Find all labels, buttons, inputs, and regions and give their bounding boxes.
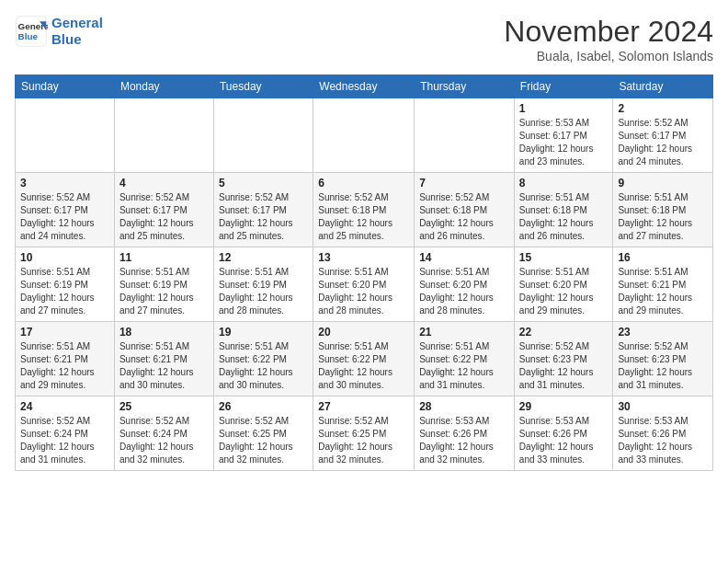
calendar-cell: 17Sunrise: 5:51 AM Sunset: 6:21 PM Dayli… xyxy=(16,322,115,396)
calendar-cell xyxy=(415,98,515,173)
calendar-cell: 3Sunrise: 5:52 AM Sunset: 6:17 PM Daylig… xyxy=(16,173,115,247)
calendar-cell: 13Sunrise: 5:51 AM Sunset: 6:20 PM Dayli… xyxy=(313,247,415,322)
day-number: 27 xyxy=(318,400,409,413)
calendar-cell xyxy=(313,98,415,173)
weekday-header-sunday: Sunday xyxy=(16,75,115,98)
day-number: 26 xyxy=(219,400,308,413)
logo-icon: General Blue xyxy=(15,15,48,48)
calendar-cell: 15Sunrise: 5:51 AM Sunset: 6:20 PM Dayli… xyxy=(514,247,613,322)
weekday-header-thursday: Thursday xyxy=(415,75,515,98)
calendar-cell: 11Sunrise: 5:51 AM Sunset: 6:19 PM Dayli… xyxy=(114,247,213,322)
day-info: Sunrise: 5:52 AM Sunset: 6:23 PM Dayligh… xyxy=(519,340,609,392)
logo-blue: Blue xyxy=(51,31,82,47)
day-number: 25 xyxy=(119,400,209,413)
day-info: Sunrise: 5:51 AM Sunset: 6:18 PM Dayligh… xyxy=(519,191,609,243)
day-info: Sunrise: 5:51 AM Sunset: 6:22 PM Dayligh… xyxy=(219,340,308,392)
day-number: 15 xyxy=(519,251,609,264)
calendar-header-row: SundayMondayTuesdayWednesdayThursdayFrid… xyxy=(16,75,713,98)
calendar-cell: 29Sunrise: 5:53 AM Sunset: 6:26 PM Dayli… xyxy=(514,396,613,471)
day-number: 20 xyxy=(318,326,409,339)
day-number: 19 xyxy=(219,326,308,339)
calendar-cell: 10Sunrise: 5:51 AM Sunset: 6:19 PM Dayli… xyxy=(16,247,115,322)
day-info: Sunrise: 5:51 AM Sunset: 6:22 PM Dayligh… xyxy=(318,340,409,392)
day-number: 10 xyxy=(20,251,109,264)
day-info: Sunrise: 5:51 AM Sunset: 6:21 PM Dayligh… xyxy=(20,340,109,392)
calendar-cell: 2Sunrise: 5:52 AM Sunset: 6:17 PM Daylig… xyxy=(613,98,713,173)
day-number: 8 xyxy=(519,177,609,190)
day-info: Sunrise: 5:52 AM Sunset: 6:25 PM Dayligh… xyxy=(318,415,409,466)
day-info: Sunrise: 5:51 AM Sunset: 6:19 PM Dayligh… xyxy=(20,266,109,317)
day-info: Sunrise: 5:53 AM Sunset: 6:26 PM Dayligh… xyxy=(419,415,509,466)
day-info: Sunrise: 5:52 AM Sunset: 6:17 PM Dayligh… xyxy=(219,191,308,243)
day-info: Sunrise: 5:51 AM Sunset: 6:20 PM Dayligh… xyxy=(318,266,409,317)
day-info: Sunrise: 5:53 AM Sunset: 6:26 PM Dayligh… xyxy=(618,415,708,466)
day-info: Sunrise: 5:51 AM Sunset: 6:22 PM Dayligh… xyxy=(419,340,509,392)
calendar-week-1: 3Sunrise: 5:52 AM Sunset: 6:17 PM Daylig… xyxy=(16,173,713,247)
day-number: 22 xyxy=(519,326,609,339)
day-number: 17 xyxy=(20,326,109,339)
calendar-cell: 22Sunrise: 5:52 AM Sunset: 6:23 PM Dayli… xyxy=(514,322,613,396)
svg-text:Blue: Blue xyxy=(18,31,39,41)
day-number: 2 xyxy=(618,102,708,115)
calendar-cell: 28Sunrise: 5:53 AM Sunset: 6:26 PM Dayli… xyxy=(415,396,515,471)
day-info: Sunrise: 5:51 AM Sunset: 6:21 PM Dayligh… xyxy=(119,340,209,392)
calendar-cell: 30Sunrise: 5:53 AM Sunset: 6:26 PM Dayli… xyxy=(613,396,713,471)
calendar-cell: 16Sunrise: 5:51 AM Sunset: 6:21 PM Dayli… xyxy=(613,247,713,322)
location-title: Buala, Isabel, Solomon Islands xyxy=(504,49,713,63)
day-number: 11 xyxy=(119,251,209,264)
day-info: Sunrise: 5:53 AM Sunset: 6:17 PM Dayligh… xyxy=(519,117,609,168)
calendar-cell: 19Sunrise: 5:51 AM Sunset: 6:22 PM Dayli… xyxy=(213,322,313,396)
logo-general: General xyxy=(51,15,103,30)
day-number: 29 xyxy=(519,400,609,413)
day-info: Sunrise: 5:51 AM Sunset: 6:21 PM Dayligh… xyxy=(618,266,708,317)
calendar-cell: 27Sunrise: 5:52 AM Sunset: 6:25 PM Dayli… xyxy=(313,396,415,471)
calendar-week-4: 24Sunrise: 5:52 AM Sunset: 6:24 PM Dayli… xyxy=(16,396,713,471)
day-number: 1 xyxy=(519,102,609,115)
calendar-cell xyxy=(16,98,115,173)
calendar-cell: 26Sunrise: 5:52 AM Sunset: 6:25 PM Dayli… xyxy=(213,396,313,471)
day-info: Sunrise: 5:51 AM Sunset: 6:19 PM Dayligh… xyxy=(219,266,308,317)
calendar-week-3: 17Sunrise: 5:51 AM Sunset: 6:21 PM Dayli… xyxy=(16,322,713,396)
day-info: Sunrise: 5:52 AM Sunset: 6:23 PM Dayligh… xyxy=(618,340,708,392)
calendar-cell: 5Sunrise: 5:52 AM Sunset: 6:17 PM Daylig… xyxy=(213,173,313,247)
weekday-header-friday: Friday xyxy=(514,75,613,98)
calendar-cell xyxy=(213,98,313,173)
weekday-header-saturday: Saturday xyxy=(613,75,713,98)
calendar-cell: 1Sunrise: 5:53 AM Sunset: 6:17 PM Daylig… xyxy=(514,98,613,173)
day-info: Sunrise: 5:51 AM Sunset: 6:20 PM Dayligh… xyxy=(419,266,509,317)
calendar-table: SundayMondayTuesdayWednesdayThursdayFrid… xyxy=(15,75,713,471)
calendar-cell: 25Sunrise: 5:52 AM Sunset: 6:24 PM Dayli… xyxy=(114,396,213,471)
day-number: 3 xyxy=(20,177,109,190)
header: General Blue General Blue November 2024 … xyxy=(15,15,713,63)
page: General Blue General Blue November 2024 … xyxy=(0,0,728,486)
day-number: 14 xyxy=(419,251,509,264)
day-number: 21 xyxy=(419,326,509,339)
title-area: November 2024 Buala, Isabel, Solomon Isl… xyxy=(504,15,713,63)
day-info: Sunrise: 5:52 AM Sunset: 6:17 PM Dayligh… xyxy=(20,191,109,243)
day-info: Sunrise: 5:52 AM Sunset: 6:24 PM Dayligh… xyxy=(20,415,109,466)
day-number: 28 xyxy=(419,400,509,413)
day-info: Sunrise: 5:52 AM Sunset: 6:17 PM Dayligh… xyxy=(119,191,209,243)
day-info: Sunrise: 5:53 AM Sunset: 6:26 PM Dayligh… xyxy=(519,415,609,466)
day-info: Sunrise: 5:52 AM Sunset: 6:17 PM Dayligh… xyxy=(618,117,708,168)
month-title: November 2024 xyxy=(504,15,713,49)
day-info: Sunrise: 5:52 AM Sunset: 6:18 PM Dayligh… xyxy=(419,191,509,243)
calendar-week-0: 1Sunrise: 5:53 AM Sunset: 6:17 PM Daylig… xyxy=(16,98,713,173)
day-info: Sunrise: 5:51 AM Sunset: 6:18 PM Dayligh… xyxy=(618,191,708,243)
day-number: 24 xyxy=(20,400,109,413)
logo-text: General Blue xyxy=(51,15,103,48)
day-number: 4 xyxy=(119,177,209,190)
calendar-cell: 14Sunrise: 5:51 AM Sunset: 6:20 PM Dayli… xyxy=(415,247,515,322)
calendar-cell: 24Sunrise: 5:52 AM Sunset: 6:24 PM Dayli… xyxy=(16,396,115,471)
calendar-cell: 9Sunrise: 5:51 AM Sunset: 6:18 PM Daylig… xyxy=(613,173,713,247)
logo: General Blue General Blue xyxy=(15,15,103,48)
weekday-header-wednesday: Wednesday xyxy=(313,75,415,98)
weekday-header-monday: Monday xyxy=(114,75,213,98)
day-number: 9 xyxy=(618,177,708,190)
calendar-cell xyxy=(114,98,213,173)
calendar-cell: 23Sunrise: 5:52 AM Sunset: 6:23 PM Dayli… xyxy=(613,322,713,396)
day-number: 6 xyxy=(318,177,409,190)
day-info: Sunrise: 5:52 AM Sunset: 6:24 PM Dayligh… xyxy=(119,415,209,466)
calendar-cell: 4Sunrise: 5:52 AM Sunset: 6:17 PM Daylig… xyxy=(114,173,213,247)
weekday-header-tuesday: Tuesday xyxy=(213,75,313,98)
